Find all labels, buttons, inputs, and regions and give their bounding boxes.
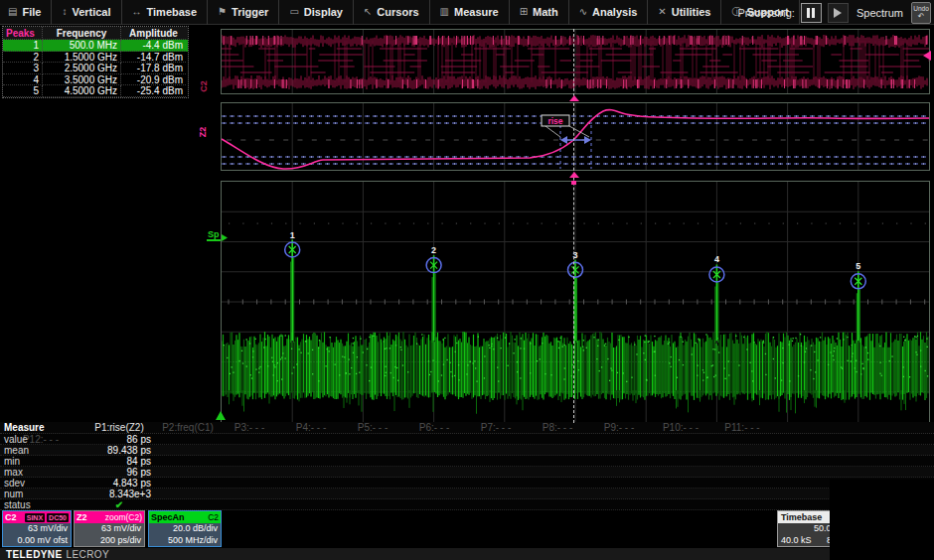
peak-amplitude-cell: -20.9 dBm bbox=[121, 74, 186, 86]
menu-item[interactable]: ▤ File bbox=[0, 0, 52, 25]
menu-item[interactable]: ▭ Display bbox=[279, 0, 354, 25]
measure-p1-value: 4.843 ps bbox=[81, 478, 157, 489]
menu-item[interactable]: ⊞ Math bbox=[510, 0, 569, 25]
menu-item[interactable]: ↔ Timebase bbox=[122, 0, 209, 25]
measure-column-header[interactable]: P8:- - - bbox=[527, 422, 588, 434]
measure-column-header[interactable]: P11:- - - bbox=[711, 422, 773, 434]
z2-descriptor-title: Z2 bbox=[77, 511, 87, 523]
c2-descriptor-header: C2 SINX DC50 bbox=[3, 511, 71, 523]
measure-row: min 84 ps bbox=[0, 456, 934, 467]
c2-waveform-panel[interactable] bbox=[221, 29, 930, 94]
menu-item[interactable]: ↕ Vertical bbox=[52, 0, 121, 25]
z2-descriptor-source: zoom(C2) bbox=[105, 511, 142, 523]
specan-db-per-div: 20.0 dB/div bbox=[149, 523, 218, 535]
menu-item[interactable]: ↖ Cursors bbox=[354, 0, 430, 25]
trigger-marker-bottom-icon[interactable] bbox=[569, 172, 579, 178]
specan-descriptor-header: SpecAn C2 bbox=[149, 511, 221, 523]
menu-item-icon: ▭ bbox=[289, 7, 298, 17]
measure-column-header[interactable]: P7:- - - bbox=[465, 422, 527, 434]
menu-item-label: Analysis bbox=[592, 6, 637, 18]
undo-icon: ↶ bbox=[918, 12, 925, 21]
menu-item-label: Measure bbox=[454, 6, 499, 18]
black-overlay bbox=[830, 480, 934, 560]
menu-item-icon: ↔ bbox=[132, 7, 142, 17]
play-button[interactable] bbox=[828, 3, 849, 23]
undo-button[interactable]: Undo ↶ bbox=[911, 2, 931, 24]
timebase-samples: 40.0 kS bbox=[781, 535, 812, 547]
peak-amplitude-cell: -4.4 dBm bbox=[121, 40, 186, 52]
measure-table-header: Measure P1:rise(Z2) P2:freq(C1) P3:- - -… bbox=[0, 422, 934, 434]
pause-icon bbox=[807, 8, 810, 18]
peak-number-cell: 4 bbox=[3, 74, 43, 86]
peak-number-cell: 2 bbox=[3, 52, 43, 64]
specan-descriptor-box[interactable]: SpecAn C2 20.0 dB/div 500 MHz/div bbox=[148, 510, 222, 547]
measure-p1-value: 96 ps bbox=[81, 467, 157, 478]
c2-trigger-level-icon[interactable] bbox=[923, 51, 931, 61]
measure-column-header[interactable]: P1:rise(Z2) bbox=[81, 422, 157, 434]
measure-column-header[interactable]: P5:- - - bbox=[342, 422, 403, 434]
peak-number-cell: 5 bbox=[3, 85, 43, 97]
z2-trace-label[interactable]: Z2 bbox=[198, 127, 208, 138]
measure-column-header[interactable]: P3:- - - bbox=[219, 422, 280, 434]
menu-item[interactable]: ✕ Utilities bbox=[648, 0, 721, 25]
peaks-table-row[interactable]: 2 1.5000 GHz -14.7 dBm bbox=[3, 52, 188, 64]
spectrum-panel[interactable]: 12345 bbox=[221, 181, 930, 423]
frequency-header-cell: Frequency bbox=[43, 27, 121, 40]
z2-time-per-div: 200 ps/div bbox=[75, 535, 141, 547]
peak-frequency-cell: 2.5000 GHz bbox=[43, 63, 121, 74]
brand-bar: TELEDYNE LECROY bbox=[0, 547, 934, 560]
svg-text:4: 4 bbox=[714, 254, 719, 264]
c2-coupling-badge: SINX bbox=[25, 513, 45, 522]
oscilloscope-screen: ▤ File ↕ Vertical ↔ Timebase ⚑ Trigger ▭… bbox=[0, 0, 934, 560]
peak-frequency-cell: 1.5000 GHz bbox=[43, 52, 121, 64]
menu-item-icon: ⊞ bbox=[520, 7, 528, 17]
peak-frequency-cell: 4.5000 GHz bbox=[43, 85, 121, 97]
svg-text:1: 1 bbox=[290, 230, 295, 240]
measure-column-header[interactable]: P4:- - - bbox=[280, 422, 342, 434]
z2-volts-per-div: 63 mV/div bbox=[75, 523, 141, 535]
peaks-table-row[interactable]: 1 500.0 MHz -4.4 dBm bbox=[3, 40, 188, 52]
menu-item-label: Math bbox=[533, 6, 558, 18]
measure-column-header[interactable]: P2:freq(C1) bbox=[157, 422, 219, 434]
menu-item-icon: ↕ bbox=[62, 7, 67, 17]
specan-descriptor-body: 20.0 dB/div 500 MHz/div bbox=[149, 523, 221, 546]
menu-item-icon: ⚑ bbox=[218, 7, 227, 17]
pause-button[interactable] bbox=[801, 3, 822, 23]
z2-descriptor-box[interactable]: Z2 zoom(C2) 63 mV/div 200 ps/div bbox=[74, 510, 145, 547]
svg-text:2: 2 bbox=[431, 245, 436, 255]
peaks-table-row[interactable]: 5 4.5000 GHz -25.4 dBm bbox=[3, 85, 188, 97]
time-cursor-line[interactable] bbox=[573, 29, 574, 423]
c2-coupling-badge: DC50 bbox=[47, 513, 69, 522]
menu-item-icon: ▤ bbox=[8, 7, 17, 17]
z2-descriptor-header: Z2 zoom(C2) bbox=[75, 511, 144, 523]
svg-text:5: 5 bbox=[856, 261, 860, 271]
menu-item[interactable]: ⚑ Trigger bbox=[208, 0, 279, 25]
menu-item[interactable]: ∿ Analysis bbox=[569, 0, 649, 25]
peaks-table-row[interactable]: 3 2.5000 GHz -17.8 dBm bbox=[3, 63, 188, 74]
measure-column-header[interactable]: P10:- - - bbox=[650, 422, 711, 434]
trigger-marker-top-icon[interactable] bbox=[569, 95, 579, 101]
peaks-table-row[interactable]: 4 3.5000 GHz -20.9 dBm bbox=[3, 74, 188, 86]
measure-column-header[interactable]: P6:- - - bbox=[403, 422, 465, 434]
menu-bar: ▤ File ↕ Vertical ↔ Timebase ⚑ Trigger ▭… bbox=[0, 0, 934, 25]
processing-label: Processing: bbox=[737, 7, 794, 19]
mode-label: Spectrum bbox=[856, 7, 903, 19]
brand-teledyne: TELEDYNE bbox=[6, 549, 63, 560]
measure-row: mean 89.438 ps bbox=[0, 445, 934, 456]
c2-descriptor-box[interactable]: C2 SINX DC50 63 mV/div 0.00 mV ofst bbox=[2, 510, 72, 547]
peaks-header-cell: Peaks bbox=[3, 27, 43, 40]
menu-item[interactable]: ▥ Measure bbox=[430, 0, 510, 25]
measure-p1-value: 84 ps bbox=[81, 456, 157, 467]
measure-row-label: max bbox=[0, 467, 81, 478]
menu-item-icon: ✕ bbox=[658, 7, 666, 17]
measure-column-header[interactable]: P9:- - - bbox=[588, 422, 650, 434]
spectrum-ground-marker-icon bbox=[216, 411, 226, 420]
menu-item-label: Utilities bbox=[672, 6, 711, 18]
menu-right-cluster: Processing: Spectrum Undo ↶ bbox=[737, 0, 931, 25]
svg-text:rise: rise bbox=[547, 116, 562, 126]
spectrum-trace-label[interactable]: Sp bbox=[207, 229, 221, 241]
measure-p1-value: ✔ bbox=[81, 499, 157, 510]
c2-trace-label[interactable]: C2 bbox=[199, 80, 209, 92]
peak-frequency-cell: 500.0 MHz bbox=[43, 40, 121, 52]
z2-zoom-panel[interactable]: rise bbox=[221, 102, 930, 171]
